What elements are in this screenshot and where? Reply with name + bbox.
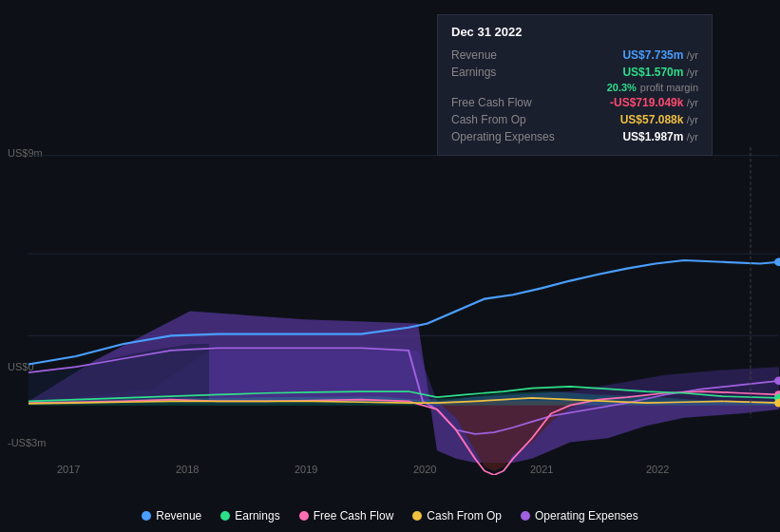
legend-label-cashop: Cash From Op [427,509,502,522]
tooltip-row-opex: Operating Expenses US$1.987m /yr [451,128,698,145]
tooltip-label-earnings: Earnings [451,66,556,79]
legend-item-fcf[interactable]: Free Cash Flow [299,509,394,522]
profit-margin-row: 20.3% profit margin [451,81,698,94]
profit-pct: 20.3% [607,82,637,93]
legend: Revenue Earnings Free Cash Flow Cash Fro… [0,509,780,522]
legend-item-opex[interactable]: Operating Expenses [521,509,638,522]
tooltip-card: Dec 31 2022 Revenue US$7.735m /yr Earnin… [437,14,713,156]
tooltip-date: Dec 31 2022 [451,25,698,39]
legend-item-cashop[interactable]: Cash From Op [412,509,502,522]
tooltip-label-revenue: Revenue [451,48,556,62]
legend-label-revenue: Revenue [156,509,201,522]
revenue-dot [774,257,780,266]
legend-label-earnings: Earnings [235,509,279,522]
legend-label-opex: Operating Expenses [535,509,638,522]
legend-dot-cashop [412,511,422,521]
tooltip-row-revenue: Revenue US$7.735m /yr [451,47,698,64]
tooltip-label-fcf: Free Cash Flow [451,96,556,109]
tooltip-value-fcf: -US$719.049k /yr [610,96,698,109]
chart-svg [0,147,780,475]
legend-label-fcf: Free Cash Flow [314,509,394,522]
tooltip-row-cashop: Cash From Op US$57.088k /yr [451,111,698,128]
profit-label: profit margin [640,82,698,93]
chart-container: Dec 31 2022 Revenue US$7.735m /yr Earnin… [0,0,780,532]
legend-dot-earnings [220,511,230,521]
tooltip-row-fcf: Free Cash Flow -US$719.049k /yr [451,94,698,111]
tooltip-value-opex: US$1.987m /yr [622,130,698,143]
tooltip-label-cashop: Cash From Op [451,113,556,126]
tooltip-label-opex: Operating Expenses [451,130,556,143]
tooltip-value-revenue: US$7.735m /yr [622,48,698,62]
legend-item-revenue[interactable]: Revenue [142,509,201,522]
tooltip-row-earnings: Earnings US$1.570m /yr [451,64,698,81]
legend-dot-fcf [299,511,309,521]
legend-dot-revenue [142,511,151,521]
legend-item-earnings[interactable]: Earnings [220,509,279,522]
tooltip-value-earnings: US$1.570m /yr [622,66,698,79]
legend-dot-opex [521,511,530,521]
tooltip-value-cashop: US$57.088k /yr [620,113,698,126]
